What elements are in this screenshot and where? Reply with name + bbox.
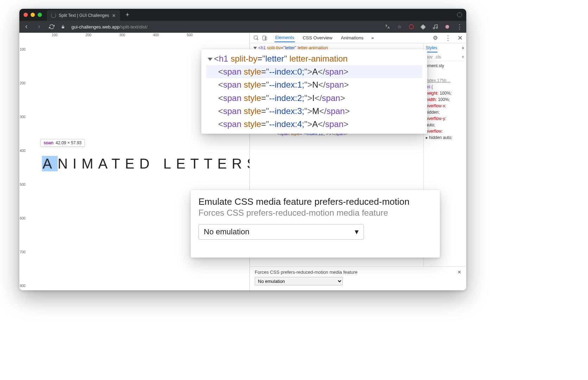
puzzle-icon[interactable]: [421, 24, 426, 30]
overlay-select-value: No emulation: [204, 227, 249, 236]
kebab-icon[interactable]: ⋮: [456, 24, 462, 30]
css-declaration[interactable]: overflow-x:: [426, 103, 464, 109]
letter-span: D: [139, 156, 154, 171]
letter-span: A: [98, 156, 112, 171]
tab-title: Split Text | GUI Challenges: [59, 13, 109, 18]
ruler-tick: 800: [20, 284, 26, 288]
styles-tab[interactable]: Styles: [426, 45, 437, 52]
nav-controls: [24, 24, 55, 30]
kebab-icon[interactable]: ⋮: [445, 34, 450, 42]
device-icon[interactable]: [262, 35, 267, 41]
css-declaration[interactable]: overflow-y:: [426, 115, 464, 122]
letter-span: T: [190, 156, 204, 171]
letter-span: T: [112, 156, 125, 171]
dom-node[interactable]: <span style="--index:1;">N</span>: [206, 78, 422, 91]
stylesheet-link[interactable]: index.175b…: [426, 78, 451, 83]
ruler-tick: 100: [20, 48, 26, 51]
bookmark-icon[interactable]: ☆: [397, 24, 402, 30]
letter-span: [154, 156, 163, 171]
ruler-tick: 600: [20, 216, 26, 220]
new-tab-button[interactable]: +: [126, 11, 129, 19]
minimize-window-icon[interactable]: [31, 13, 35, 17]
svg-point-2: [433, 27, 435, 29]
tab-css-overview[interactable]: CSS Overview: [302, 34, 333, 42]
emulation-select[interactable]: No emulation: [255, 277, 343, 285]
translate-icon[interactable]: [385, 24, 390, 30]
css-declaration[interactable]: width: 100%;: [426, 96, 464, 103]
letter-span: S: [247, 156, 249, 171]
overlay-select[interactable]: No emulation ▾: [198, 224, 364, 240]
dom-node[interactable]: <span style="--index:0;">A</span>: [206, 65, 422, 78]
url-path: /split-text/dist/: [120, 24, 147, 30]
tab-animations[interactable]: Animations: [340, 34, 364, 42]
letter-span: E: [125, 156, 139, 171]
magnified-rendering-overlay: Emulate CSS media feature prefers-reduce…: [191, 190, 440, 258]
reload-icon[interactable]: [49, 24, 55, 30]
animated-heading: ANIMATED LETTERS: [42, 156, 249, 172]
svg-rect-0: [62, 27, 64, 28]
svg-rect-7: [265, 37, 267, 40]
rendering-drawer: Forces CSS prefers-reduced-motion media …: [250, 266, 466, 290]
music-icon[interactable]: [432, 24, 438, 30]
close-window-icon[interactable]: [24, 13, 28, 17]
letter-span: T: [204, 156, 217, 171]
tooltip-dimensions: 42.09 × 57.93: [56, 140, 82, 145]
svg-point-1: [409, 25, 413, 29]
css-declaration[interactable]: hidden;: [426, 109, 464, 115]
dom-node[interactable]: <span style="--index:4;">A</span>: [206, 118, 422, 131]
forward-icon[interactable]: [36, 24, 42, 30]
gear-icon[interactable]: ⚙: [433, 34, 438, 41]
close-drawer-icon[interactable]: ✕: [457, 270, 461, 275]
ruler-tick: 300: [119, 33, 125, 37]
ruler-tick: 700: [20, 250, 26, 254]
element-style-block: ement.sty {: [426, 63, 464, 75]
css-declaration[interactable]: auto;: [426, 122, 464, 128]
ruler-tick: 500: [187, 33, 193, 37]
ruler-tick: 100: [52, 33, 58, 37]
letter-span: I: [73, 156, 82, 171]
favicon-icon: [51, 13, 56, 18]
profile-icon[interactable]: [444, 24, 450, 30]
dom-node[interactable]: <span style="--index:2;">I</span>: [206, 91, 422, 104]
ruler-vertical: 100200300400500600700800: [19, 33, 25, 290]
tab-close-icon[interactable]: ✕: [112, 13, 116, 18]
zoom-window-icon[interactable]: [38, 13, 42, 17]
letter-span: E: [176, 156, 190, 171]
more-styles-icon[interactable]: »: [462, 45, 464, 51]
css-declaration[interactable]: overflow:: [426, 128, 464, 134]
address-bar: gui-challenges.web.app/split-text/dist/ …: [19, 21, 466, 33]
new-rule-button[interactable]: +: [462, 54, 464, 60]
svg-point-3: [436, 27, 437, 28]
url-host: gui-challenges.web.app: [71, 24, 120, 30]
letter-span: A: [42, 156, 58, 171]
close-devtools-icon[interactable]: ✕: [457, 34, 463, 42]
lock-icon: [61, 25, 65, 29]
devtools-toolbar: Elements CSS Overview Animations » ⚙ ⋮ ✕: [250, 33, 466, 43]
account-icon[interactable]: [457, 12, 462, 17]
letter-span: L: [163, 156, 176, 171]
back-icon[interactable]: [24, 24, 29, 30]
ruler-horizontal: 100200300400500: [19, 33, 249, 38]
css-declaration[interactable]: ▸ hidden auto;: [426, 134, 464, 141]
url[interactable]: gui-challenges.web.app/split-text/dist/: [71, 24, 147, 30]
ruler-tick: 500: [20, 183, 26, 186]
titlebar: Split Text | GUI Challenges ✕ +: [19, 9, 466, 21]
letter-span: N: [58, 156, 73, 171]
svg-point-4: [445, 25, 449, 29]
cls-toggle[interactable]: .cls: [435, 54, 441, 60]
window-controls: [24, 13, 42, 17]
more-tabs-icon[interactable]: »: [371, 35, 374, 40]
rendering-label: Forces CSS prefers-reduced-motion media …: [255, 270, 358, 275]
letter-span: R: [232, 156, 247, 171]
tab-elements[interactable]: Elements: [274, 33, 295, 42]
browser-tab[interactable]: Split Text | GUI Challenges ✕: [47, 10, 120, 21]
tooltip-tagname: span: [44, 140, 53, 145]
overlay-title: Emulate CSS media feature prefers-reduce…: [198, 196, 432, 207]
inspect-icon[interactable]: [253, 35, 259, 41]
letter-span: E: [217, 156, 232, 171]
ruler-tick: 200: [86, 33, 91, 37]
chevron-down-icon: ▾: [355, 227, 359, 236]
extension-icon[interactable]: [409, 24, 414, 30]
dom-node[interactable]: <span style="--index:3;">M</span>: [206, 104, 422, 118]
css-declaration[interactable]: height: 100%;: [426, 90, 464, 96]
